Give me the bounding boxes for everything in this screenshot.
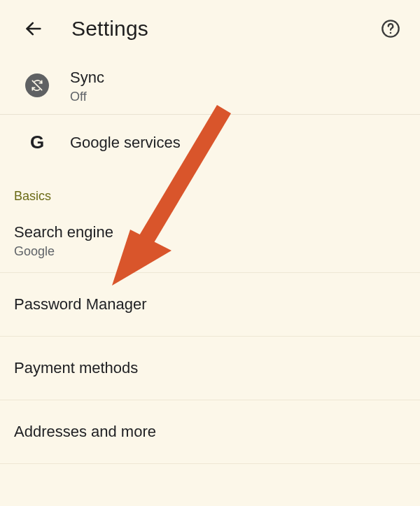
- row-sync[interactable]: Sync Off: [0, 57, 420, 114]
- row-google-services-title: Google services: [70, 132, 181, 153]
- row-search-engine[interactable]: Search engine Google: [0, 209, 420, 272]
- row-search-engine-title: Search engine: [14, 222, 113, 243]
- row-addresses-text: Addresses and more: [14, 421, 156, 442]
- row-addresses[interactable]: Addresses and more: [0, 400, 420, 463]
- row-sync-title: Sync: [70, 67, 104, 88]
- sync-off-badge: [25, 73, 49, 97]
- back-button[interactable]: [17, 12, 50, 45]
- row-payment-methods-title: Payment methods: [14, 358, 138, 379]
- row-addresses-title: Addresses and more: [14, 421, 156, 442]
- sync-icon-slot: [24, 72, 50, 99]
- row-password-manager[interactable]: Password Manager: [0, 273, 420, 336]
- row-google-services-text: Google services: [70, 132, 181, 153]
- row-search-engine-subtitle: Google: [14, 244, 113, 259]
- app-header: Settings: [0, 0, 420, 57]
- row-payment-methods[interactable]: Payment methods: [0, 337, 420, 400]
- section-label-basics: Basics: [0, 171, 420, 209]
- row-payment-methods-text: Payment methods: [14, 358, 138, 379]
- row-sync-subtitle: Off: [70, 90, 104, 104]
- divider: [0, 463, 420, 464]
- row-password-manager-text: Password Manager: [14, 294, 147, 315]
- help-icon: [381, 19, 400, 38]
- back-arrow-icon: [24, 19, 43, 38]
- google-g-icon: G: [30, 132, 44, 153]
- settings-list: Sync Off G Google services Basics Search…: [0, 57, 420, 464]
- svg-point-2: [390, 32, 392, 34]
- row-search-engine-text: Search engine Google: [14, 222, 113, 259]
- page-title: Settings: [71, 17, 374, 41]
- row-sync-text: Sync Off: [70, 67, 104, 104]
- help-button[interactable]: [374, 12, 407, 45]
- sync-off-icon: [30, 78, 44, 92]
- google-icon-slot: G: [24, 129, 50, 156]
- row-google-services[interactable]: G Google services: [0, 115, 420, 171]
- row-password-manager-title: Password Manager: [14, 294, 147, 315]
